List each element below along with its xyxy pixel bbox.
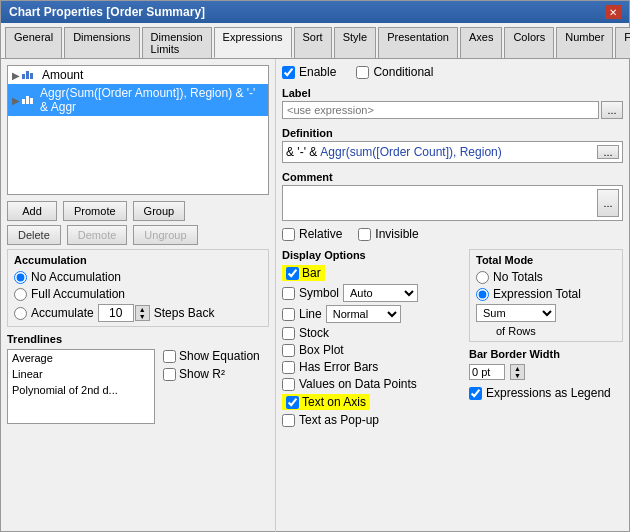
symbol-select[interactable]: Auto	[343, 284, 418, 302]
invisible-checkbox[interactable]	[358, 228, 371, 241]
no-totals-radio[interactable]	[476, 271, 489, 284]
enable-check-row: Enable	[282, 65, 336, 79]
bar-border-input[interactable]	[469, 364, 505, 380]
tab-sort[interactable]: Sort	[294, 27, 332, 58]
line-select[interactable]: Normal	[326, 305, 401, 323]
top-buttons: Add Promote Group	[7, 201, 269, 221]
expr-label-aggr: Aggr(Sum([Order Amount]), Region) & '-' …	[40, 86, 264, 114]
expression-total-radio[interactable]	[476, 288, 489, 301]
line-label: Line	[299, 307, 322, 321]
definition-dots-button[interactable]: ...	[597, 145, 619, 159]
steps-back-label: Steps Back	[154, 306, 215, 320]
close-button[interactable]: ✕	[605, 5, 621, 19]
values-on-data-checkbox[interactable]	[282, 378, 295, 391]
text-on-axis-checkbox[interactable]	[286, 396, 299, 409]
delete-button[interactable]: Delete	[7, 225, 61, 245]
title-bar: Chart Properties [Order Summary] ✕	[1, 1, 629, 23]
steps-input[interactable]	[98, 304, 134, 322]
group-button[interactable]: Group	[133, 201, 186, 221]
demote-button[interactable]: Demote	[67, 225, 128, 245]
accumulate-radio[interactable]	[14, 307, 27, 320]
no-totals-row: No Totals	[476, 270, 616, 284]
add-button[interactable]: Add	[7, 201, 57, 221]
text-as-popup-row: Text as Pop-up	[282, 413, 457, 427]
expr-legend-row: Expressions as Legend	[469, 386, 623, 400]
trend-item-average[interactable]: Average	[8, 350, 154, 366]
ungroup-button[interactable]: Ungroup	[133, 225, 197, 245]
bar-checkbox[interactable]	[286, 267, 299, 280]
total-mode-section: Total Mode No Totals Expression Total Su…	[469, 249, 623, 342]
no-totals-label: No Totals	[493, 270, 543, 284]
tab-general[interactable]: General	[5, 27, 62, 58]
stock-checkbox[interactable]	[282, 327, 295, 340]
error-bars-checkbox[interactable]	[282, 361, 295, 374]
display-options-area: Display Options Bar Symbol Auto	[282, 249, 623, 430]
steps-up-button[interactable]: ▲	[136, 306, 149, 313]
trend-item-polynomial[interactable]: Polynomial of 2nd d...	[8, 382, 154, 398]
tab-dimensions[interactable]: Dimensions	[64, 27, 139, 58]
left-panel: ▶ Amount ▶	[1, 59, 276, 532]
text-as-popup-checkbox[interactable]	[282, 414, 295, 427]
comment-section: Comment ...	[282, 171, 623, 221]
label-dots-button[interactable]: ...	[601, 101, 623, 119]
enable-row: Enable Conditional	[282, 65, 623, 79]
expr-legend-checkbox[interactable]	[469, 387, 482, 400]
comment-dots-button[interactable]: ...	[597, 189, 619, 217]
accumulation-title: Accumulation	[14, 254, 262, 266]
label-section: Label ...	[282, 87, 623, 119]
invisible-label: Invisible	[375, 227, 418, 241]
error-bars-row: Has Error Bars	[282, 360, 457, 374]
expression-total-label: Expression Total	[493, 287, 581, 301]
show-equation-checkbox[interactable]	[163, 350, 176, 363]
full-accumulation-row: Full Accumulation	[14, 287, 262, 301]
window-title: Chart Properties [Order Summary]	[9, 5, 205, 19]
def-formula: Aggr(sum([Order Count]), Region)	[320, 145, 501, 159]
tab-number[interactable]: Number	[556, 27, 613, 58]
tab-expressions[interactable]: Expressions	[214, 27, 292, 58]
full-accumulation-radio[interactable]	[14, 288, 27, 301]
show-equation-label: Show Equation	[179, 349, 260, 363]
conditional-checkbox[interactable]	[356, 66, 369, 79]
expressions-list[interactable]: ▶ Amount ▶	[7, 65, 269, 195]
expr-item-aggr[interactable]: ▶ Aggr(Sum([Order Amount]), Region) & '-…	[8, 84, 268, 116]
show-equation-row: Show Equation	[163, 349, 260, 363]
relative-label: Relative	[299, 227, 342, 241]
display-options-left: Display Options Bar Symbol Auto	[282, 249, 457, 430]
box-plot-row: Box Plot	[282, 343, 457, 357]
trendlines-list[interactable]: Average Linear Polynomial of 2nd d...	[7, 349, 155, 424]
bar-border-section: Bar Border Width ▲ ▼	[469, 348, 623, 380]
conditional-check-row: Conditional	[356, 65, 433, 79]
steps-spinner: ▲ ▼	[98, 304, 150, 322]
relative-checkbox[interactable]	[282, 228, 295, 241]
expr-item-amount[interactable]: ▶ Amount	[8, 66, 268, 84]
text-on-axis-row: Text on Axis	[282, 394, 457, 410]
symbol-checkbox[interactable]	[282, 287, 295, 300]
trendlines-title: Trendlines	[7, 333, 269, 345]
trendlines-content: Average Linear Polynomial of 2nd d... Sh…	[7, 349, 269, 424]
tab-style[interactable]: Style	[334, 27, 376, 58]
expr-legend-label: Expressions as Legend	[486, 386, 611, 400]
tab-presentation[interactable]: Presentation	[378, 27, 458, 58]
no-accumulation-radio[interactable]	[14, 271, 27, 284]
promote-button[interactable]: Promote	[63, 201, 127, 221]
bottom-buttons: Delete Demote Ungroup	[7, 225, 269, 245]
label-title: Label	[282, 87, 623, 99]
bar-border-down[interactable]: ▼	[511, 372, 524, 379]
tab-axes[interactable]: Axes	[460, 27, 502, 58]
stock-label: Stock	[299, 326, 329, 340]
line-checkbox[interactable]	[282, 308, 295, 321]
expand-icon: ▶	[12, 70, 20, 81]
box-plot-checkbox[interactable]	[282, 344, 295, 357]
steps-down-button[interactable]: ▼	[136, 313, 149, 320]
enable-checkbox[interactable]	[282, 66, 295, 79]
full-accumulation-label: Full Accumulation	[31, 287, 125, 301]
label-input[interactable]	[282, 101, 599, 119]
tab-dimension-limits[interactable]: Dimension Limits	[142, 27, 212, 58]
tab-font[interactable]: Font	[615, 27, 630, 58]
sum-select[interactable]: Sum	[476, 304, 556, 322]
expression-total-row: Expression Total	[476, 287, 616, 301]
tab-colors[interactable]: Colors	[504, 27, 554, 58]
show-r2-checkbox[interactable]	[163, 368, 176, 381]
trend-item-linear[interactable]: Linear	[8, 366, 154, 382]
bar-border-up[interactable]: ▲	[511, 365, 524, 372]
